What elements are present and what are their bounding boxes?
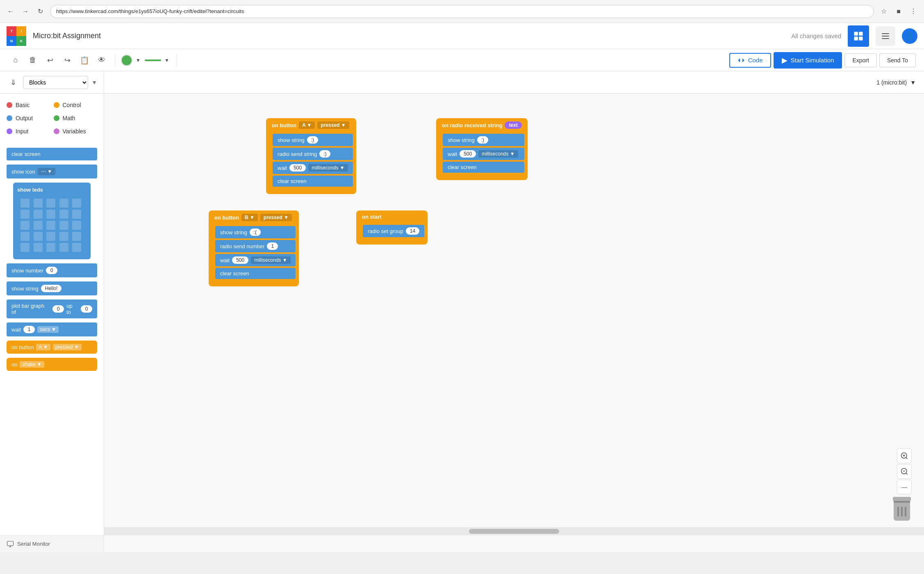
cat-basic[interactable]: Basic [7, 100, 50, 110]
workspace-canvas[interactable]: on button A ▼ pressed ▼ show string :) r… [104, 94, 924, 544]
led-0-0[interactable] [20, 199, 30, 208]
led-2-3[interactable] [59, 221, 68, 230]
btn-b-dropdown[interactable]: B ▼ [241, 214, 258, 221]
led-grid[interactable] [17, 195, 86, 255]
wait-b-unit[interactable]: milliseconds ▼ [251, 256, 291, 264]
notes-btn[interactable]: 📋 [77, 53, 92, 68]
bookmark-icon[interactable]: ☆ [878, 6, 890, 17]
undo-btn[interactable]: ↩ [43, 53, 57, 68]
radio-set-group[interactable]: radio set group 14 [363, 225, 424, 237]
start-simulation-button[interactable]: ▶ Start Simulation [774, 52, 842, 69]
led-0-3[interactable] [59, 199, 68, 208]
line-picker-group[interactable]: ▼ [145, 56, 171, 65]
led-4-1[interactable] [34, 243, 43, 252]
wait-a[interactable]: wait 500 milliseconds ▼ [273, 162, 353, 174]
show-string-received[interactable]: show string :) [443, 134, 524, 146]
line-style[interactable] [145, 59, 161, 61]
delete-btn[interactable]: 🗑 [25, 53, 40, 68]
cat-math[interactable]: Math [54, 113, 98, 123]
led-1-3[interactable] [59, 210, 68, 219]
show-icon-block[interactable]: show icon ⋯ ▼ [7, 165, 97, 178]
led-4-4[interactable] [72, 243, 81, 252]
show-string-block[interactable]: show string Hello! [7, 281, 97, 295]
clear-screen-b[interactable]: clear screen [215, 268, 296, 279]
led-3-4[interactable] [72, 232, 81, 241]
radio-received-event[interactable]: on radio received string text [436, 118, 528, 132]
zoom-out-btn[interactable] [897, 464, 912, 479]
btn-a-dropdown[interactable]: A ▼ [299, 121, 315, 129]
wait-block[interactable]: wait 1 secs ▼ [7, 322, 97, 336]
led-2-1[interactable] [34, 221, 43, 230]
color-dot[interactable] [121, 55, 132, 66]
list-view-btn[interactable] [876, 26, 895, 46]
trash-icon[interactable] [892, 501, 912, 527]
show-string-b[interactable]: show string :( [215, 226, 296, 238]
clear-screen-a[interactable]: clear screen [273, 176, 353, 187]
wait-received-unit[interactable]: milliseconds ▼ [478, 150, 518, 158]
led-2-0[interactable] [20, 221, 30, 230]
user-avatar[interactable]: 👤 [902, 28, 917, 44]
led-1-4[interactable] [72, 210, 81, 219]
refresh-btn[interactable]: ↻ [34, 6, 46, 17]
clear-screen-block[interactable]: clear screen [7, 148, 97, 160]
forward-btn[interactable]: → [20, 6, 31, 17]
led-3-1[interactable] [34, 232, 43, 241]
show-number-block[interactable]: show number 0 [7, 263, 97, 277]
on-shake-block[interactable]: on shake ▼ [7, 358, 97, 371]
wait-unit-dropdown[interactable]: secs ▼ [37, 326, 59, 333]
back-btn[interactable]: ← [5, 6, 16, 17]
redo-btn[interactable]: ↪ [60, 53, 75, 68]
menu-icon[interactable]: ⋮ [908, 6, 919, 17]
icon-dropdown[interactable]: ⋯ ▼ [38, 168, 55, 175]
send-to-button[interactable]: Send To [879, 53, 916, 67]
show-leds-block[interactable]: show leds [13, 183, 91, 259]
led-1-1[interactable] [34, 210, 43, 219]
clear-screen-received[interactable]: clear screen [443, 162, 524, 173]
device-selector[interactable]: 1 (micro:bit) ▼ [876, 79, 916, 86]
zoom-fit-btn[interactable]: ― [897, 480, 912, 494]
cat-input[interactable]: Input [7, 126, 50, 136]
download-btn[interactable]: ⇓ [7, 76, 20, 89]
radio-send-string-a[interactable]: radio send string :) [273, 148, 353, 160]
show-string-a[interactable]: show string :) [273, 134, 353, 146]
wait-a-unit[interactable]: milliseconds ▼ [308, 164, 348, 172]
led-4-0[interactable] [20, 243, 30, 252]
address-bar[interactable]: https://www.tinkercad.com/things/e1ys657… [50, 5, 874, 18]
button-dropdown[interactable]: A ▼ [36, 344, 50, 350]
scrollbar-thumb[interactable] [469, 529, 559, 534]
led-4-3[interactable] [59, 243, 68, 252]
pressed-dropdown[interactable]: pressed ▼ [53, 344, 82, 350]
code-button[interactable]: Code [729, 53, 771, 68]
eye-btn[interactable]: 👁 [94, 53, 109, 68]
blocks-dropdown[interactable]: Blocks [23, 76, 88, 89]
extensions-icon[interactable]: ■ [893, 6, 904, 17]
serial-monitor-btn[interactable]: Serial Monitor [0, 535, 104, 552]
radio-send-number-b[interactable]: radio send number 1 [215, 240, 296, 252]
led-3-0[interactable] [20, 232, 30, 241]
led-1-0[interactable] [20, 210, 30, 219]
wait-b[interactable]: wait 500 milliseconds ▼ [215, 254, 296, 266]
led-0-4[interactable] [72, 199, 81, 208]
home-btn[interactable]: ⌂ [8, 53, 23, 68]
export-button[interactable]: Export [844, 53, 876, 67]
btn-a-pressed[interactable]: pressed ▼ [317, 121, 349, 129]
led-0-1[interactable] [34, 199, 43, 208]
color-dropdown-btn[interactable]: ▼ [134, 56, 142, 65]
led-2-2[interactable] [46, 221, 55, 230]
line-dropdown-btn[interactable]: ▼ [163, 56, 171, 65]
btn-b-pressed[interactable]: pressed ▼ [260, 214, 292, 221]
on-start-event[interactable]: on start [356, 210, 428, 223]
led-3-3[interactable] [59, 232, 68, 241]
zoom-in-btn[interactable] [897, 448, 912, 463]
scrollbar-area[interactable] [104, 527, 924, 535]
led-3-2[interactable] [46, 232, 55, 241]
led-1-2[interactable] [46, 210, 55, 219]
wait-received[interactable]: wait 500 milliseconds ▼ [443, 148, 524, 160]
cat-variables[interactable]: Variables [54, 126, 98, 136]
led-0-2[interactable] [46, 199, 55, 208]
canvas-area[interactable]: 1 (micro:bit) ▼ on button A ▼ pressed ▼ … [104, 71, 924, 552]
color-picker-group[interactable]: ▼ [121, 55, 142, 66]
cat-output[interactable]: Output [7, 113, 50, 123]
plot-bar-block[interactable]: plot bar graph of 0 up to 0 [7, 300, 97, 318]
led-4-2[interactable] [46, 243, 55, 252]
